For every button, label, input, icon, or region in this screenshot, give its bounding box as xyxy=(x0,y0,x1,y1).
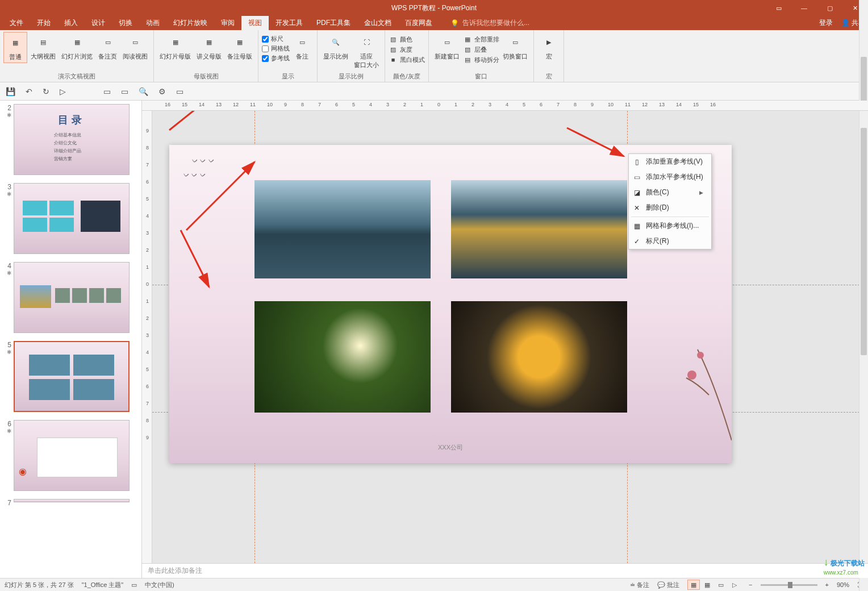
editor-scrollbar[interactable] xyxy=(859,111,868,563)
comments-toggle[interactable]: 💬 批注 xyxy=(657,581,679,589)
notes-pane[interactable]: 单击此处添加备注 xyxy=(142,563,868,578)
undo-button[interactable]: ↶ xyxy=(26,87,32,96)
company-text[interactable]: XXX公司 xyxy=(438,443,463,452)
notes-master-icon: ▦ xyxy=(231,33,249,51)
bulb-icon: 💡 xyxy=(450,19,459,27)
notes-master-button[interactable]: ▦备注母版 xyxy=(225,32,254,62)
cascade-button[interactable]: ▧层叠 xyxy=(463,44,499,55)
fit-window-button[interactable]: ⛶适应窗口大小 xyxy=(352,32,381,70)
qat-icon-3[interactable]: 🔍 xyxy=(139,87,148,96)
tab-insert[interactable]: 插入 xyxy=(57,16,85,30)
slide-thumb-5[interactable]: 5✱ xyxy=(3,341,138,412)
slide-thumb-6[interactable]: 6✱ ◉ xyxy=(3,420,138,491)
reading-view-button[interactable]: ▭阅读视图 xyxy=(120,32,150,62)
sorter-view-btn[interactable]: ▦ xyxy=(701,580,713,590)
image-maple[interactable] xyxy=(451,301,627,413)
switch-windows-button[interactable]: ▭切换窗口 xyxy=(500,32,530,62)
language-indicator[interactable]: 中文(中国) xyxy=(145,581,174,589)
spell-check-icon[interactable]: ▭ xyxy=(131,581,137,589)
normal-view-btn[interactable]: ▦ xyxy=(687,580,700,590)
menu-add-horizontal-guide[interactable]: ▭添加水平参考线(H) xyxy=(629,169,711,185)
start-from-beginning-button[interactable]: ▷ xyxy=(60,87,66,96)
canvas-area[interactable]: ᨆ ᨆ ᨆ ᨆ ᨆ ᨆ XXX公司 ▯添加垂直参考线(V) ▭ xyxy=(152,111,868,563)
notes-toggle[interactable]: ≐ 备注 xyxy=(630,581,649,589)
outline-view-button[interactable]: ▤大纲视图 xyxy=(28,32,58,62)
slide-sorter-button[interactable]: ▦幻灯片浏览 xyxy=(59,32,95,62)
tab-pdf-tools[interactable]: PDF工具集 xyxy=(310,16,357,30)
slide-thumb-3[interactable]: 3✱ xyxy=(3,183,138,254)
color-icon: ▧ xyxy=(389,35,398,44)
color-button[interactable]: ▧颜色 xyxy=(389,34,425,44)
qat-icon-4[interactable]: ⚙ xyxy=(158,87,166,96)
zoom-slider[interactable] xyxy=(761,584,817,586)
bw-button[interactable]: ■黑白模式 xyxy=(389,55,425,65)
group-macros: ▶宏 宏 xyxy=(534,30,564,82)
tell-me-search[interactable]: 💡 告诉我您想要做什么... xyxy=(450,18,529,28)
menu-color[interactable]: ◪颜色(C)▶ xyxy=(629,185,711,200)
login-link[interactable]: 登录 xyxy=(819,18,833,28)
tab-home[interactable]: 开始 xyxy=(30,16,57,30)
new-window-button[interactable]: ▭新建窗口 xyxy=(432,32,462,62)
ruler-checkbox[interactable]: 标尺 xyxy=(262,34,290,44)
tab-slideshow[interactable]: 幻灯片放映 xyxy=(166,16,214,30)
arrange-all-button[interactable]: ▦全部重排 xyxy=(463,34,499,44)
minimize-button[interactable]: — xyxy=(791,0,817,16)
grayscale-button[interactable]: ▨灰度 xyxy=(389,44,425,55)
zoom-button[interactable]: 🔍显示比例 xyxy=(321,32,350,62)
ribbon-display-icon[interactable]: ▭ xyxy=(766,0,791,16)
tab-kingsoft[interactable]: 金山文档 xyxy=(357,16,398,30)
slide-thumb-2[interactable]: 2✱ 目录 介绍基本信息 介绍公文化 详细介绍产品 营销方案 xyxy=(3,104,138,175)
redo-button[interactable]: ↻ xyxy=(43,87,49,96)
menu-ruler[interactable]: ✓标尺(R) xyxy=(629,234,711,249)
normal-view-button[interactable]: ▦普通 xyxy=(3,32,27,63)
zoom-percent[interactable]: 90% xyxy=(837,581,849,588)
image-leaf[interactable] xyxy=(254,301,431,413)
notes-page-button[interactable]: ▭备注页 xyxy=(96,32,119,62)
slideshow-view-btn[interactable]: ▷ xyxy=(728,580,741,590)
tab-transitions[interactable]: 切换 xyxy=(112,16,139,30)
menu-delete[interactable]: ✕删除(D) xyxy=(629,200,711,215)
tab-design[interactable]: 设计 xyxy=(85,16,112,30)
svg-line-3 xyxy=(186,162,254,230)
guides-checkbox[interactable]: 参考线 xyxy=(262,53,290,63)
save-button[interactable]: 💾 xyxy=(6,87,15,96)
horizontal-ruler[interactable]: 1615141312111098765432101234567891011121… xyxy=(142,101,868,111)
tab-baidu[interactable]: 百度网盘 xyxy=(398,16,439,30)
zoom-in-button[interactable]: + xyxy=(825,581,829,588)
slide-master-button[interactable]: ▦幻灯片母版 xyxy=(157,32,193,62)
theme-name[interactable]: "1_Office 主题" xyxy=(82,581,124,589)
notes-button[interactable]: ▭备注 xyxy=(291,32,314,62)
menu-add-vertical-guide[interactable]: ▯添加垂直参考线(V) xyxy=(629,154,711,169)
tab-file[interactable]: 文件 xyxy=(3,16,30,30)
tab-review[interactable]: 审阅 xyxy=(214,16,241,30)
svg-point-1 xyxy=(697,352,704,359)
group-label: 窗口 xyxy=(432,71,530,81)
gridlines-checkbox[interactable]: 网格线 xyxy=(262,44,290,53)
annotation-arrow xyxy=(181,156,294,236)
reading-view-btn[interactable]: ▭ xyxy=(715,580,727,590)
tab-view[interactable]: 视图 xyxy=(241,16,269,30)
tab-developer[interactable]: 开发工具 xyxy=(269,16,310,30)
menu-grid-and-guides[interactable]: ▦网格和参考线(I)... xyxy=(629,218,711,234)
group-window: ▭新建窗口 ▦全部重排 ▧层叠 ▤移动拆分 ▭切换窗口 窗口 xyxy=(429,30,534,82)
svg-line-5 xyxy=(567,128,624,156)
tab-animations[interactable]: 动画 xyxy=(139,16,166,30)
qat-icon-5[interactable]: ▭ xyxy=(176,87,183,96)
maximize-button[interactable]: ▢ xyxy=(817,0,842,16)
image-autumn[interactable] xyxy=(451,180,627,278)
slide-counter[interactable]: 幻灯片 第 5 张，共 27 张 xyxy=(5,581,74,589)
branch-decoration xyxy=(663,327,732,440)
vertical-ruler[interactable]: 9876543210123456789 xyxy=(142,111,152,563)
zoom-out-button[interactable]: − xyxy=(749,581,752,588)
macros-button[interactable]: ▶宏 xyxy=(537,32,560,62)
qat-icon-2[interactable]: ▭ xyxy=(121,87,128,96)
slide-thumb-7[interactable]: 7 xyxy=(3,499,138,507)
group-show: 标尺 网格线 参考线 ▭备注 显示 xyxy=(258,30,318,82)
move-split-button[interactable]: ▤移动拆分 xyxy=(463,55,499,65)
handout-master-button[interactable]: ▦讲义母版 xyxy=(194,32,224,62)
qat-icon-1[interactable]: ▭ xyxy=(103,87,111,96)
slide-thumbnails-panel[interactable]: 2✱ 目录 介绍基本信息 介绍公文化 详细介绍产品 营销方案 3✱ 4✱ xyxy=(0,101,142,578)
bw-icon: ■ xyxy=(389,55,398,64)
group-label: 显示比例 xyxy=(321,71,381,81)
slide-thumb-4[interactable]: 4✱ xyxy=(3,262,138,333)
